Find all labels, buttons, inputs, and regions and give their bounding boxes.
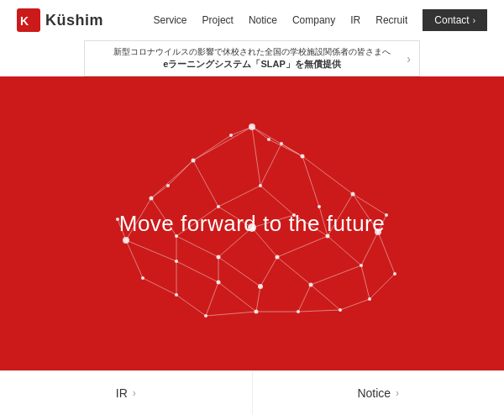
banner-arrow-icon: ›	[407, 52, 411, 66]
svg-point-78	[276, 255, 280, 260]
svg-point-66	[217, 205, 220, 208]
svg-point-82	[217, 281, 221, 285]
svg-line-44	[298, 285, 311, 312]
svg-line-51	[168, 160, 193, 186]
header: K Küshim Service Project Notice Company …	[0, 0, 504, 40]
svg-point-64	[259, 184, 262, 187]
svg-line-54	[260, 144, 281, 186]
svg-line-30	[143, 278, 176, 295]
svg-point-80	[393, 272, 396, 276]
svg-line-36	[277, 257, 311, 285]
announcement-banner[interactable]: 新型コロナウイルスの影響で休校された全国の学校施設関係者の皆さまへ eラーニング…	[84, 40, 420, 76]
svg-line-47	[206, 312, 256, 316]
ir-label: IR	[116, 386, 128, 400]
svg-point-75	[141, 276, 144, 280]
svg-point-65	[150, 197, 154, 201]
notice-arrow-icon: ›	[396, 387, 399, 399]
svg-line-42	[218, 282, 256, 312]
svg-line-35	[260, 257, 277, 286]
svg-line-60	[269, 139, 302, 156]
ir-arrow-icon: ›	[133, 387, 136, 399]
svg-line-39	[370, 274, 395, 299]
svg-text:K: K	[20, 14, 29, 28]
svg-line-40	[176, 295, 206, 316]
svg-line-21	[126, 240, 176, 261]
svg-point-92	[280, 142, 283, 145]
svg-line-29	[378, 232, 395, 274]
nav-notice[interactable]: Notice	[249, 14, 277, 26]
ir-bottom-item[interactable]: IR ›	[0, 371, 253, 414]
nav-service[interactable]: Service	[154, 14, 187, 26]
svg-point-93	[385, 213, 388, 217]
nav-recruit[interactable]: Recruit	[375, 14, 407, 26]
svg-line-27	[328, 236, 361, 265]
svg-line-32	[176, 261, 218, 282]
svg-point-96	[249, 123, 255, 130]
svg-point-67	[351, 192, 355, 197]
svg-line-41	[206, 282, 218, 316]
svg-point-68	[318, 205, 321, 208]
nav: Service Project Notice Company IR Recrui…	[154, 9, 487, 31]
notice-label: Notice	[357, 386, 391, 400]
nav-company[interactable]: Company	[292, 14, 335, 26]
svg-line-23	[176, 236, 218, 257]
svg-point-95	[267, 138, 270, 141]
svg-point-81	[175, 293, 178, 297]
svg-point-97	[123, 237, 129, 244]
svg-point-87	[255, 310, 259, 314]
svg-point-76	[175, 260, 178, 263]
bottom-bar: IR › Notice ›	[0, 370, 504, 414]
svg-line-49	[298, 310, 340, 312]
contact-chevron-icon: ›	[473, 16, 475, 25]
svg-point-85	[368, 297, 371, 301]
svg-point-84	[309, 283, 313, 287]
svg-line-26	[277, 236, 328, 257]
svg-point-77	[217, 255, 221, 260]
svg-line-8	[302, 156, 319, 207]
svg-line-45	[311, 285, 340, 310]
svg-line-43	[256, 286, 260, 312]
svg-line-34	[218, 257, 260, 286]
svg-line-37	[311, 265, 361, 285]
contact-button[interactable]: Contact ›	[423, 9, 487, 31]
svg-line-2	[193, 127, 252, 160]
svg-line-46	[340, 299, 370, 310]
banner-line1: 新型コロナウイルスの影響で休校された全国の学校施設関係者の皆さまへ	[93, 46, 411, 58]
svg-point-63	[301, 155, 305, 159]
svg-line-58	[193, 135, 231, 160]
svg-point-94	[229, 134, 233, 137]
svg-point-88	[297, 310, 300, 313]
banner-line2: eラーニングシステム「SLAP」を無償提供	[93, 58, 411, 71]
svg-point-83	[258, 284, 263, 289]
svg-line-28	[361, 232, 378, 265]
svg-point-89	[339, 308, 342, 312]
hero-section: Move forward to the future	[0, 76, 504, 370]
logo-icon: K	[17, 8, 40, 32]
logo-text: Küshim	[45, 12, 103, 29]
hero-title: Move forward to the future	[119, 211, 385, 237]
logo[interactable]: K Küshim	[17, 8, 103, 32]
notice-bottom-item[interactable]: Notice ›	[253, 371, 505, 414]
contact-label: Contact	[434, 14, 469, 26]
nav-ir[interactable]: IR	[350, 14, 360, 26]
svg-point-79	[360, 264, 363, 267]
svg-line-9	[218, 186, 260, 207]
svg-point-62	[192, 159, 196, 163]
svg-line-57	[231, 127, 252, 135]
svg-line-5	[151, 160, 193, 198]
svg-line-4	[252, 127, 260, 186]
svg-line-52	[151, 186, 168, 198]
svg-point-91	[166, 184, 170, 187]
svg-line-38	[361, 265, 370, 299]
nav-project[interactable]: Project	[202, 14, 234, 26]
svg-line-6	[193, 160, 218, 207]
svg-line-7	[302, 156, 353, 194]
svg-point-86	[204, 314, 207, 318]
